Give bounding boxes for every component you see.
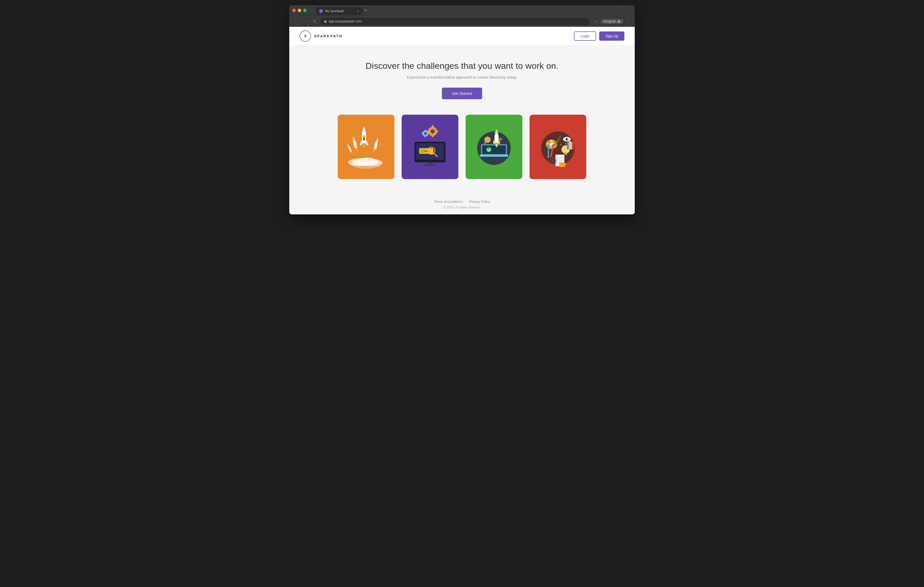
hero-section: Discover the challenges that you want to…: [289, 45, 635, 110]
brand-name: SPARKPATH: [314, 34, 343, 38]
svg-rect-73: [564, 154, 567, 155]
get-started-button[interactable]: Get Started: [442, 88, 482, 99]
site-header: ✦ SPARKPATH Login Sign Up: [289, 27, 635, 45]
url-text: app.mysparkpath.com: [329, 19, 362, 23]
hero-subtitle: Experience a transformative approach to …: [300, 75, 624, 79]
signup-button[interactable]: Sign Up: [599, 31, 624, 41]
footer-copyright: © 2019. All rights reserved.: [294, 206, 630, 209]
card-purple-illustration: [402, 115, 459, 179]
svg-point-62: [567, 138, 568, 139]
svg-rect-19: [363, 138, 365, 140]
card-orange[interactable]: [338, 115, 394, 179]
incognito-icon: 🕵: [617, 20, 621, 23]
svg-rect-89: [569, 141, 572, 150]
minimize-button[interactable]: [298, 9, 301, 12]
svg-point-66: [550, 140, 553, 142]
svg-rect-9: [353, 140, 358, 149]
logo-circle: ✦: [300, 30, 311, 42]
svg-rect-14: [373, 149, 375, 153]
svg-point-58: [484, 142, 486, 144]
active-tab[interactable]: My Sparkpath ×: [316, 7, 362, 15]
svg-point-61: [566, 138, 568, 140]
lock-icon: 🔒: [323, 20, 327, 23]
page-content: ✦ SPARKPATH Login Sign Up Discover the c…: [289, 27, 635, 214]
svg-rect-32: [428, 133, 429, 134]
svg-rect-47: [482, 145, 506, 154]
svg-rect-43: [424, 164, 436, 166]
svg-point-28: [424, 132, 427, 135]
svg-rect-93: [559, 162, 565, 167]
svg-rect-25: [436, 131, 438, 132]
svg-rect-23: [432, 135, 433, 137]
card-red-illustration: [530, 115, 586, 179]
svg-rect-29: [425, 130, 426, 131]
svg-point-21: [431, 129, 435, 133]
bookmark-icon[interactable]: ☆: [594, 19, 598, 24]
cards-section: [289, 110, 635, 194]
svg-rect-17: [351, 151, 353, 155]
forward-button[interactable]: →: [303, 18, 309, 25]
svg-rect-79: [548, 157, 549, 158]
svg-point-40: [429, 148, 434, 153]
card-green-illustration: [465, 115, 522, 179]
svg-point-56: [486, 138, 489, 141]
site-footer: Terms & Conditions Privacy Policy © 2019…: [289, 194, 635, 214]
browser-actions: ☆ Incognito 🕵 ⋮: [594, 18, 630, 24]
svg-rect-77: [548, 144, 549, 157]
new-tab-button[interactable]: +: [364, 8, 367, 13]
svg-marker-13: [376, 137, 379, 141]
logo-icon: ✦: [303, 33, 308, 39]
svg-rect-42: [427, 162, 432, 164]
hero-title: Discover the challenges that you want to…: [300, 61, 624, 71]
svg-point-68: [554, 144, 556, 146]
tab-close-icon[interactable]: ×: [357, 9, 359, 13]
maximize-button[interactable]: [303, 9, 307, 12]
header-actions: Login Sign Up: [574, 31, 624, 41]
logo-area: ✦ SPARKPATH: [300, 30, 343, 42]
svg-marker-50: [495, 129, 498, 134]
footer-links: Terms & Conditions Privacy Policy: [294, 200, 630, 204]
svg-rect-31: [422, 133, 423, 134]
back-button[interactable]: ←: [294, 18, 300, 25]
svg-rect-11: [355, 148, 358, 151]
svg-rect-8: [363, 143, 365, 148]
svg-rect-15: [348, 146, 352, 153]
svg-point-57: [499, 138, 502, 140]
svg-point-48: [486, 147, 492, 152]
tab-bar: My Sparkpath × +: [314, 6, 632, 15]
card-orange-illustration: [338, 115, 394, 179]
svg-point-3: [353, 158, 379, 166]
close-button[interactable]: [292, 9, 296, 12]
browser-titlebar: My Sparkpath × +: [289, 5, 635, 15]
reload-button[interactable]: ↻: [312, 18, 317, 25]
incognito-badge: Incognito 🕵: [601, 19, 624, 24]
incognito-label: Incognito: [603, 20, 616, 23]
url-bar[interactable]: 🔒 app.mysparkpath.com: [320, 18, 589, 25]
login-button[interactable]: Login: [574, 31, 596, 41]
tab-favicon: [319, 9, 323, 13]
svg-rect-12: [373, 141, 378, 150]
svg-rect-72: [564, 153, 567, 154]
browser-menu-icon[interactable]: ⋮: [626, 18, 630, 24]
card-purple[interactable]: [402, 115, 459, 179]
card-green[interactable]: [465, 115, 522, 179]
svg-rect-38: [426, 151, 429, 152]
svg-point-18: [363, 135, 365, 138]
svg-rect-30: [425, 136, 426, 137]
tab-title: My Sparkpath: [325, 9, 355, 13]
address-bar: ← → ↻ 🔒 app.mysparkpath.com ☆ Incognito …: [289, 15, 635, 27]
privacy-link[interactable]: Privacy Policy: [469, 200, 490, 204]
svg-marker-10: [351, 136, 355, 140]
svg-marker-5: [362, 126, 366, 132]
terms-link[interactable]: Terms & Conditions: [434, 200, 463, 204]
svg-point-54: [496, 144, 497, 147]
card-red[interactable]: [530, 115, 586, 179]
